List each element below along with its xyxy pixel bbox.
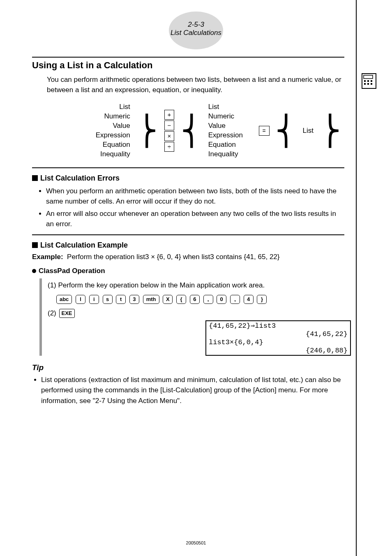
- key-sequence: abc l i s t 3 mth X { 6 , 0 , 4 }: [48, 292, 344, 306]
- content: Using a List in a Calculation You can pe…: [32, 54, 344, 411]
- svg-rect-0: [364, 75, 373, 79]
- svg-rect-3: [371, 80, 372, 82]
- left-item: Expression: [93, 131, 130, 140]
- errors-heading: List Calculation Errors: [32, 174, 344, 183]
- svg-rect-5: [367, 83, 369, 85]
- key-x: X: [163, 295, 173, 304]
- key-mth: mth: [143, 295, 159, 304]
- example-text: Perform the operation list3 × {6, 0, 4} …: [67, 253, 279, 261]
- key-t: t: [116, 295, 126, 304]
- operation-heading: ClassPad Operation: [32, 267, 344, 275]
- op-plus: +: [164, 110, 174, 120]
- section-title: List Calculations: [169, 29, 223, 37]
- screen-line: {41,65,22}⇒list3: [209, 322, 276, 330]
- result-label: List: [300, 102, 316, 159]
- right-item: List: [208, 102, 246, 112]
- steps-block: (1) Perform the key operation below in t…: [39, 278, 344, 356]
- svg-rect-4: [364, 83, 366, 85]
- operands-diagram: List Numeric Value Expression Equation I…: [90, 102, 344, 160]
- square-bullet-icon: [32, 175, 38, 181]
- brace-icon: ⎬: [136, 115, 158, 147]
- op-times: ×: [164, 131, 174, 141]
- key-4: 4: [244, 295, 254, 304]
- brace-icon: ⎬: [319, 115, 341, 147]
- calculator-grid-icon: [362, 73, 376, 89]
- page-header: 2-5-3 List Calculations: [0, 12, 392, 49]
- screen-line: {246,0,88}: [306, 347, 348, 355]
- rule: [32, 57, 344, 58]
- key-comma: ,: [230, 295, 240, 304]
- key-comma: ,: [203, 295, 213, 304]
- section-number: 2-5-3: [169, 21, 223, 29]
- key-i: i: [89, 295, 99, 304]
- step-2: (2) EXE: [48, 306, 344, 320]
- screen-line: list3×{6,0,4}: [209, 338, 263, 347]
- op-minus: −: [164, 120, 174, 130]
- right-item: Equation: [208, 140, 246, 150]
- right-item: Numeric Value: [208, 112, 246, 131]
- tip-heading: Tip: [32, 363, 344, 372]
- errors-item: When you perform an arithmetic operation…: [46, 186, 344, 207]
- bullet-dot-icon: [32, 269, 36, 273]
- equals-box: =: [259, 126, 270, 136]
- lead-paragraph: You can perform arithmetic operations be…: [32, 75, 344, 95]
- key-abc: abc: [56, 295, 72, 304]
- right-item: Inequality: [208, 150, 246, 159]
- margin-rule: [356, 0, 357, 556]
- calc-screen: {41,65,22}⇒list3 {41,65,22} list3×{6,0,4…: [205, 320, 351, 356]
- example-label: Example:: [32, 253, 63, 261]
- rule: [32, 234, 344, 235]
- svg-rect-1: [364, 80, 366, 82]
- key-lbrace: {: [176, 295, 186, 304]
- rule: [32, 167, 344, 168]
- key-exe: EXE: [59, 309, 75, 318]
- svg-rect-6: [371, 83, 372, 85]
- section-badge: 2-5-3 List Calculations: [169, 12, 223, 49]
- brace-icon: ⎨: [275, 115, 297, 147]
- page: 2-5-3 List Calculations Using a List in …: [0, 0, 392, 556]
- example-line: Example: Perform the operation list3 × {…: [32, 253, 344, 261]
- left-item: Inequality: [93, 150, 130, 159]
- key-rbrace: }: [257, 295, 267, 304]
- left-item: Equation: [93, 140, 130, 150]
- tip-item: List operations (extraction of list maxi…: [41, 375, 344, 406]
- square-bullet-icon: [32, 242, 38, 248]
- key-3: 3: [129, 295, 139, 304]
- svg-rect-2: [367, 80, 369, 82]
- left-item: Numeric Value: [93, 112, 130, 131]
- errors-list: When you perform an arithmetic operation…: [32, 186, 344, 229]
- tip-list: List operations (extraction of list maxi…: [32, 375, 344, 406]
- brace-icon: ⎨: [181, 115, 203, 147]
- key-6: 6: [190, 295, 200, 304]
- page-title: Using a List in a Calculation: [32, 60, 344, 71]
- errors-item: An error will also occur whenever an ope…: [46, 208, 344, 229]
- op-div: ÷: [164, 142, 174, 152]
- footer-code: 20050501: [0, 540, 392, 545]
- right-item: Expression: [208, 131, 246, 140]
- left-item: List: [93, 102, 130, 112]
- example-heading: List Calculation Example: [32, 241, 344, 250]
- step-1: (1) Perform the key operation below in t…: [48, 278, 344, 292]
- key-l: l: [76, 295, 85, 304]
- screen-line: {41,65,22}: [306, 330, 348, 338]
- key-s: s: [103, 295, 113, 304]
- key-0: 0: [217, 295, 226, 304]
